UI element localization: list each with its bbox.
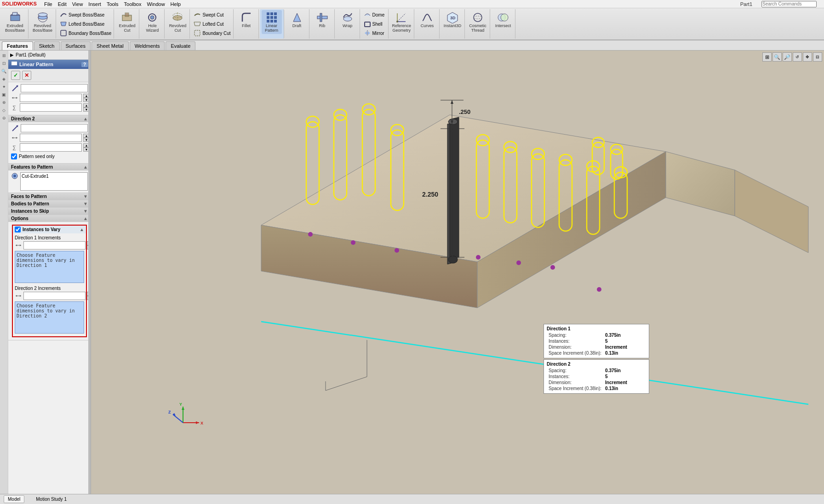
svg-text:SOLIDWORKS: SOLIDWORKS (2, 1, 37, 6)
linear-pattern-panel: Linear Pattern ? ✓ ✕ (8, 60, 91, 82)
extruded-cut-button[interactable]: ExtrudedCut (117, 10, 137, 34)
features-to-pattern-section: Features to Pattern ▲ Cut-Extrude1 (8, 164, 91, 193)
swept-boss-icon (59, 11, 68, 19)
side-icon-5[interactable]: ✦ (1, 84, 7, 90)
tab-features[interactable]: Features (2, 41, 33, 50)
side-icon-1[interactable]: ⊞ (1, 52, 7, 59)
zoom-to-fit-button[interactable]: ⊞ (762, 52, 772, 62)
tab-surfaces[interactable]: Surfaces (61, 41, 91, 50)
direction2-count-input[interactable]: 5 (20, 143, 82, 152)
options-section: Options ▲ Instances to Vary ▲ Direction … (8, 215, 91, 340)
direction1-edge-icon (11, 84, 19, 92)
draft-button[interactable]: Draft (287, 10, 307, 29)
lp-ok-button[interactable]: ✓ (11, 71, 20, 80)
view-options-button[interactable]: ⊟ (813, 52, 822, 62)
instances-vary-checkbox[interactable] (15, 227, 21, 232)
lofted-boss-button[interactable]: Lofted Boss/Base (58, 19, 113, 28)
dir1-instances-val: 5 (603, 338, 629, 344)
direction1-edge-input[interactable]: Edge<1> (21, 84, 88, 92)
status-bar: Model Motion Study 1 (0, 494, 824, 504)
boundary-cut-button[interactable]: Boundary Cut (192, 28, 232, 38)
status-tab-model[interactable]: Model (4, 495, 24, 503)
menu-toolbox[interactable]: Toolbox (124, 1, 142, 7)
instances-to-skip-header[interactable]: Instances to Skip ▼ (8, 208, 91, 215)
features-to-pattern-header[interactable]: Features to Pattern ▲ (8, 164, 91, 170)
wrap-button[interactable]: Wrap (338, 10, 358, 29)
swept-cut-button[interactable]: Swept Cut (192, 10, 232, 19)
part-title: Part1 (740, 1, 752, 7)
zoom-out-button[interactable]: 🔎 (783, 52, 792, 62)
side-icon-8[interactable]: ◇ (1, 107, 7, 113)
direction1-count-icon: ∑ (11, 103, 18, 112)
menu-insert[interactable]: Insert (88, 1, 101, 7)
dir1-increment-input[interactable]: 0.12sin (23, 241, 86, 249)
bodies-to-pattern-header[interactable]: Bodies to Pattern ▼ (8, 200, 91, 207)
swept-boss-label: Swept Boss/Base (69, 12, 104, 17)
side-icon-3[interactable]: 🔍 (1, 68, 7, 74)
curves-button[interactable]: Curves (417, 10, 437, 29)
menu-view[interactable]: View (72, 1, 83, 7)
pan-button[interactable]: ✥ (803, 52, 812, 62)
revolved-boss-button[interactable]: RevolvedBoss/Base (32, 10, 53, 34)
features-list[interactable]: Cut-Extrude1 (20, 172, 88, 191)
shell-button[interactable]: Shell (362, 19, 387, 28)
svg-point-79 (448, 119, 458, 125)
scroll-panel[interactable]: Edge<1> 0.375in ▲ (8, 82, 91, 494)
menu-window[interactable]: Window (147, 1, 165, 7)
dome-button[interactable]: Dome (362, 10, 387, 19)
menu-file[interactable]: File (44, 1, 52, 7)
boundary-boss-button[interactable]: Boundary Boss/Base (58, 28, 113, 38)
svg-marker-34 (368, 31, 370, 35)
side-icon-6[interactable]: ▣ (1, 91, 7, 98)
mirror-button[interactable]: Mirror (362, 28, 387, 38)
intersect-label: Intersect (495, 24, 511, 28)
reference-geometry-button[interactable]: ReferenceGeometry (391, 10, 412, 34)
tab-sheet-metal[interactable]: Sheet Metal (92, 41, 129, 50)
dir1-space-inc-row: Space Increment (0.38in): 0.13in (547, 350, 629, 356)
cosmetic-thread-button[interactable]: CosmeticThread (468, 10, 488, 34)
dir2-dimensions-textarea[interactable]: Choose Feature dimensions to vary in Dir… (15, 301, 84, 334)
hole-wizard-button[interactable]: HoleWizard (142, 10, 162, 34)
search-commands[interactable] (761, 1, 817, 7)
side-icon-9[interactable]: ⊖ (1, 115, 7, 121)
dir1-increment-input-row: 0.12sin ▲ ▼ (15, 241, 84, 249)
lp-cancel-button[interactable]: ✕ (22, 71, 31, 80)
extruded-boss-button[interactable]: ExtrudedBoss/Base (4, 10, 26, 34)
direction1-spacing-input[interactable]: 0.375in (20, 94, 82, 102)
fillet-button[interactable]: Fillet (236, 10, 257, 29)
dir2-increment-input[interactable]: 0.12sin (23, 292, 86, 300)
tab-weldments[interactable]: Weldments (130, 41, 165, 50)
revolved-cut-button[interactable]: RevolvedCut (167, 10, 188, 34)
menu-tools[interactable]: Tools (107, 1, 119, 7)
intersect-button[interactable]: Intersect (493, 10, 513, 29)
status-tab-motion-study[interactable]: Motion Study 1 (32, 495, 71, 503)
dir1-dimensions-textarea[interactable]: Choose Feature dimensions to vary in Dir… (15, 251, 84, 283)
direction2-header[interactable]: Direction 2 ▲ (8, 115, 91, 122)
rotate-button[interactable]: ↺ (793, 52, 802, 62)
direction2-spacing-input[interactable]: 0.375in (20, 134, 82, 142)
faces-to-pattern-header[interactable]: Faces to Pattern ▼ (8, 193, 91, 200)
menu-edit[interactable]: Edit (58, 1, 67, 7)
svg-marker-54 (12, 97, 13, 99)
side-icon-7[interactable]: ⊕ (1, 99, 7, 106)
swept-boss-button[interactable]: Swept Boss/Base (58, 10, 113, 19)
direction2-edge-input[interactable]: Edge<1> (21, 124, 88, 132)
instant3d-button[interactable]: 3D Instant3D (442, 10, 463, 29)
side-icon-2[interactable]: ⊡ (1, 60, 7, 67)
linear-pattern-button[interactable]: LinearPattern (262, 10, 282, 34)
lp-help-button[interactable]: ? (81, 62, 88, 67)
dir2-increment-icon (15, 292, 22, 300)
pattern-seed-label: Pattern seed only (19, 154, 55, 159)
rib-button[interactable]: Rib (312, 10, 332, 29)
menu-help[interactable]: Help (171, 1, 181, 7)
lofted-cut-button[interactable]: Lofted Cut (192, 19, 232, 28)
tab-evaluate[interactable]: Evaluate (166, 41, 195, 50)
pattern-seed-checkbox[interactable] (11, 153, 17, 159)
panel-resize-handle[interactable] (88, 51, 91, 494)
viewport[interactable]: .250 2.250 X Y (91, 51, 824, 494)
options-header[interactable]: Options ▲ (8, 215, 91, 222)
tab-sketch[interactable]: Sketch (34, 41, 60, 50)
side-icon-4[interactable]: ◈ (1, 76, 7, 82)
direction1-count-input[interactable]: 5 (20, 103, 82, 112)
zoom-in-button[interactable]: 🔍 (772, 52, 782, 62)
